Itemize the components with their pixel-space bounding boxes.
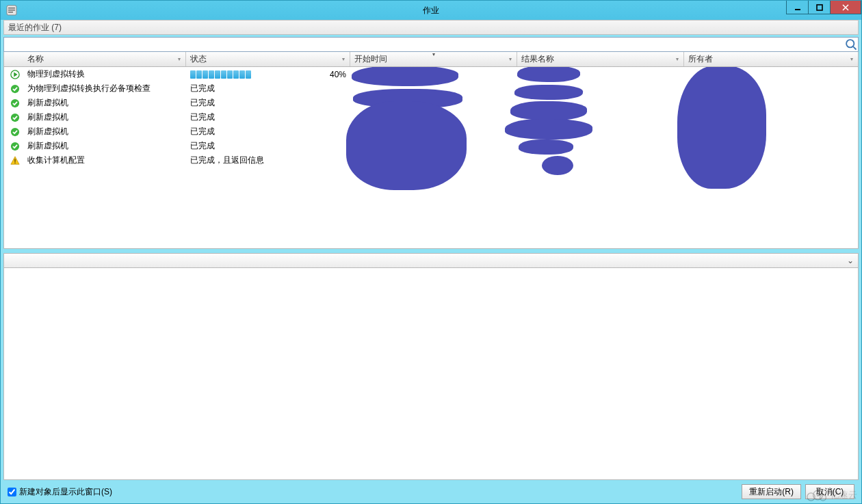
search-input[interactable] [4,38,844,51]
svg-rect-1 [8,8,15,9]
redaction [505,119,592,140]
window-title: 作业 [1,5,861,16]
redaction [677,67,766,189]
window-controls [787,1,861,14]
col-result-label: 结果名称 [521,53,554,65]
cell-name: 刷新虚拟机 [23,140,186,152]
body-area: 最近的作业 (7) 名称▾ 状态▾ ▾ 开始时间▾ 结果名称▾ 所有者▾ 物理到… [3,20,859,501]
redaction [517,67,580,82]
svg-rect-5 [817,5,822,10]
recent-jobs-header: 最近的作业 (7) [3,20,859,35]
cell-status: 40% [186,70,350,79]
ok-icon [10,127,21,137]
col-owner[interactable]: 所有者▾ [684,52,858,66]
cell-name: 刷新虚拟机 [23,126,186,137]
cell-name: 物理到虚拟转换 [23,68,186,80]
svg-point-6 [846,40,854,47]
app-icon [6,5,17,16]
cancel-button[interactable]: 取消(C) [805,484,854,499]
restart-button[interactable]: 重新启动(R) [742,484,801,499]
redaction [519,140,573,155]
progress-bar [190,70,328,79]
svg-line-7 [853,47,856,49]
svg-rect-17 [14,162,15,163]
show-window-checkbox-input[interactable] [8,488,16,496]
cell-name: 刷新虚拟机 [23,111,186,123]
close-button[interactable] [830,1,861,14]
cell-name: 刷新虚拟机 [23,97,186,109]
col-start[interactable]: ▾ 开始时间▾ [350,52,517,66]
col-status[interactable]: 状态▾ [186,52,350,66]
svg-rect-16 [14,159,15,161]
svg-rect-2 [8,10,15,11]
show-window-checkbox[interactable]: 新建对象后显示此窗口(S) [8,486,112,498]
cell-status: 已完成 [186,83,350,94]
cell-status: 已完成 [186,97,350,109]
col-name[interactable]: 名称▾ [23,52,186,66]
redaction [542,156,573,175]
filter-icon[interactable]: ▾ [506,54,515,64]
redaction [346,101,467,190]
filter-icon[interactable]: ▾ [339,54,348,64]
col-result[interactable]: 结果名称▾ [517,52,684,66]
show-window-checkbox-label: 新建对象后显示此窗口(S) [19,486,112,498]
details-body [3,268,859,480]
filter-icon[interactable]: ▾ [174,54,184,64]
warn-icon [10,155,21,166]
search-row [3,37,859,52]
ok-icon [10,98,21,109]
svg-rect-3 [8,12,13,13]
redaction [514,85,583,100]
maximize-button[interactable] [808,1,831,14]
col-name-label: 名称 [27,53,44,65]
col-start-label: 开始时间 [354,53,387,65]
cell-status: 已完成 [186,140,350,152]
col-owner-label: 所有者 [688,53,713,65]
expand-icon[interactable]: ⌄ [847,256,854,265]
grid-body[interactable]: 物理到虚拟转换 40% 为物理到虚拟转换执行必备项检查 已完成 刷新虚拟机 已完… [3,67,859,249]
cell-status: 已完成 [186,111,350,123]
ok-icon [10,83,21,94]
filter-icon[interactable]: ▾ [847,54,857,64]
jobs-window: 作业 最近的作业 (7) 名称▾ 状态▾ ▾ 开始时间▾ 结果名称▾ 所有者▾ [0,0,862,504]
progress-percent: 40% [330,70,346,79]
minimize-button[interactable] [786,1,809,14]
redaction [510,101,587,120]
title-bar[interactable]: 作业 [1,1,861,20]
cell-status: 已完成 [186,126,350,137]
sort-desc-icon: ▾ [432,51,435,57]
cell-name: 为物理到虚拟转换执行必备项检查 [23,83,186,94]
ok-icon [10,141,21,152]
running-icon [10,69,21,80]
details-header[interactable]: ⌄ [3,253,859,268]
col-icon[interactable] [4,52,23,66]
filter-icon[interactable]: ▾ [672,54,682,64]
col-status-label: 状态 [190,53,207,65]
svg-rect-4 [795,9,800,10]
redaction [352,67,458,86]
ok-icon [10,112,21,123]
grid-header: 名称▾ 状态▾ ▾ 开始时间▾ 结果名称▾ 所有者▾ [3,52,859,67]
footer: 新建对象后显示此窗口(S) 重新启动(R) 取消(C) [3,480,859,501]
search-icon[interactable] [844,38,858,51]
cell-status: 已完成，且返回信息 [186,155,350,166]
cell-name: 收集计算机配置 [23,155,186,166]
